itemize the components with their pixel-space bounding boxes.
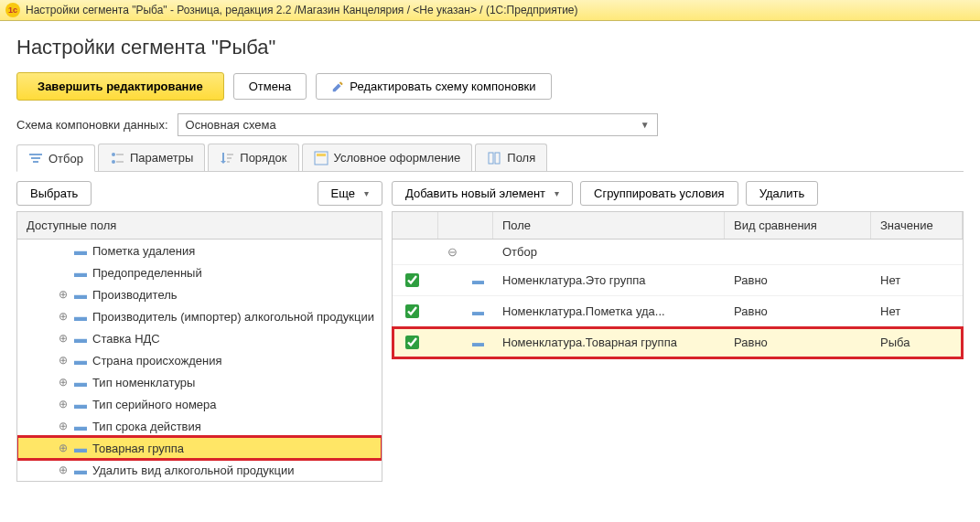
field-icon: ▬ xyxy=(74,287,87,302)
expand-icon[interactable]: ⊕ xyxy=(58,333,69,344)
field-item[interactable]: ⊕▬Тип номенклатуры xyxy=(17,371,382,393)
svg-point-5 xyxy=(112,160,115,164)
field-label: Предопределенный xyxy=(92,266,202,280)
filter-row[interactable]: ▬Номенклатура.Товарная группаРавноРыба xyxy=(393,327,963,358)
field-icon: ▬ xyxy=(472,273,484,287)
expand-icon[interactable]: ⊕ xyxy=(58,377,69,388)
field-item[interactable]: ⊕▬Производитель xyxy=(17,283,382,305)
tab-params[interactable]: Параметры xyxy=(98,144,205,171)
field-item[interactable]: ⊕▬Ставка НДС xyxy=(17,327,382,349)
expand-icon[interactable]: ⊕ xyxy=(58,464,69,475)
expand-icon[interactable]: ⊕ xyxy=(58,311,69,322)
field-icon: ▬ xyxy=(74,243,87,258)
window-title: Настройки сегмента "Рыба" - Розница, ред… xyxy=(26,4,578,16)
field-item[interactable]: ⊕▬Удалить вид алкогольной продукции xyxy=(17,459,382,481)
svg-rect-6 xyxy=(116,161,124,163)
field-item[interactable]: ⊕▬Тип срока действия xyxy=(17,415,382,437)
tab-filter[interactable]: Отбор xyxy=(16,144,95,172)
filter-row[interactable]: ▬Номенклатура.Это группаРавноНет xyxy=(393,265,963,296)
order-icon xyxy=(220,151,234,165)
svg-rect-8 xyxy=(227,157,232,159)
filter-value: Рыба xyxy=(871,330,963,355)
field-item[interactable]: ▬Пометка удаления xyxy=(17,240,382,261)
filter-compare: Равно xyxy=(725,268,871,293)
field-item[interactable]: ⊕▬Производитель (импортер) алкогольной п… xyxy=(17,305,382,327)
field-icon: ▬ xyxy=(74,309,87,324)
field-item[interactable]: ⊕▬Товарная группа xyxy=(17,437,382,459)
field-label: Тип серийного номера xyxy=(92,398,217,411)
app-logo-icon: 1c xyxy=(5,3,20,17)
group-conditions-button[interactable]: Сгруппировать условия xyxy=(580,181,738,206)
available-fields-grid: Доступные поля ▬Пометка удаления▬Предопр… xyxy=(16,211,382,482)
tab-cond-format[interactable]: Условное оформление xyxy=(302,144,473,171)
scheme-row: Схема компоновки данных: Основная схема … xyxy=(16,113,964,136)
fields-icon xyxy=(487,151,501,165)
svg-rect-2 xyxy=(33,161,38,163)
window-titlebar: 1c Настройки сегмента "Рыба" - Розница, … xyxy=(0,0,980,21)
field-icon: ▬ xyxy=(472,336,484,349)
filter-icon xyxy=(28,151,43,165)
field-icon: ▬ xyxy=(74,397,87,411)
field-icon: ▬ xyxy=(74,419,87,433)
svg-rect-0 xyxy=(29,154,42,155)
filter-field: Номенклатура.Это группа xyxy=(493,268,725,293)
field-item[interactable]: ⊕▬Страна происхождения xyxy=(17,349,382,371)
expand-icon[interactable] xyxy=(58,245,69,256)
svg-rect-12 xyxy=(489,153,493,164)
field-item[interactable]: ⊕▬Тип серийного номера xyxy=(17,393,382,415)
tabs-bar: Отбор Параметры Порядок Условное оформле… xyxy=(16,144,964,172)
filter-row-checkbox[interactable] xyxy=(405,273,419,287)
expand-icon[interactable] xyxy=(58,267,69,278)
add-element-button[interactable]: Добавить новый элемент xyxy=(392,181,573,206)
scheme-label: Схема компоновки данных: xyxy=(16,118,168,132)
field-label: Производитель (импортер) алкогольной про… xyxy=(92,310,374,324)
tab-order[interactable]: Порядок xyxy=(208,144,298,171)
svg-rect-7 xyxy=(227,154,233,155)
filter-row[interactable]: ▬Номенклатура.Пометка уда...РавноНет xyxy=(393,296,963,327)
cancel-button[interactable]: Отмена xyxy=(233,73,307,100)
cond-format-icon xyxy=(314,151,328,165)
filter-value: Нет xyxy=(871,299,963,324)
expand-icon[interactable]: ⊕ xyxy=(58,355,69,366)
tab-fields[interactable]: Поля xyxy=(475,144,547,171)
field-label: Ставка НДС xyxy=(92,332,160,346)
expand-icon[interactable]: ⊕ xyxy=(58,421,69,431)
finish-editing-button[interactable]: Завершить редактирование xyxy=(16,72,224,101)
collapse-icon[interactable]: ⊖ xyxy=(447,245,458,259)
field-icon: ▬ xyxy=(74,353,87,368)
svg-rect-4 xyxy=(116,154,124,155)
filter-compare: Равно xyxy=(725,299,871,324)
field-icon: ▬ xyxy=(74,441,87,455)
expand-icon[interactable]: ⊕ xyxy=(58,442,69,453)
svg-rect-11 xyxy=(317,154,326,156)
col-compare: Вид сравнения xyxy=(725,212,871,239)
choose-button[interactable]: Выбрать xyxy=(16,181,92,206)
scheme-value: Основная схема xyxy=(186,118,276,132)
filter-row-checkbox[interactable] xyxy=(405,304,419,318)
expand-icon[interactable]: ⊕ xyxy=(58,289,69,300)
field-label: Пометка удаления xyxy=(92,244,195,258)
page-title: Настройки сегмента "Рыба" xyxy=(16,36,964,59)
field-icon: ▬ xyxy=(74,375,87,389)
chevron-down-icon: ▼ xyxy=(641,120,650,130)
filter-row-checkbox[interactable] xyxy=(405,336,419,349)
expand-icon[interactable]: ⊕ xyxy=(58,399,69,410)
svg-rect-13 xyxy=(495,153,500,164)
more-button-left[interactable]: Еще xyxy=(318,181,382,206)
col-field: Поле xyxy=(493,212,725,239)
field-label: Тип срока действия xyxy=(92,420,201,433)
filter-value: Нет xyxy=(871,268,963,293)
edit-scheme-button[interactable]: Редактировать схему компоновки xyxy=(316,73,551,100)
filter-field: Номенклатура.Товарная группа xyxy=(493,330,725,355)
field-icon: ▬ xyxy=(74,331,87,346)
field-icon: ▬ xyxy=(472,304,484,318)
field-label: Товарная группа xyxy=(92,442,184,455)
delete-button[interactable]: Удалить xyxy=(746,181,819,206)
filter-compare: Равно xyxy=(725,330,871,355)
scheme-select[interactable]: Основная схема ▼ xyxy=(178,113,658,136)
field-label: Тип номенклатуры xyxy=(92,376,195,389)
filter-root-row[interactable]: ⊖Отбор xyxy=(393,240,963,265)
svg-rect-9 xyxy=(227,161,230,163)
filter-field: Номенклатура.Пометка уда... xyxy=(493,299,725,324)
field-item[interactable]: ▬Предопределенный xyxy=(17,261,382,283)
